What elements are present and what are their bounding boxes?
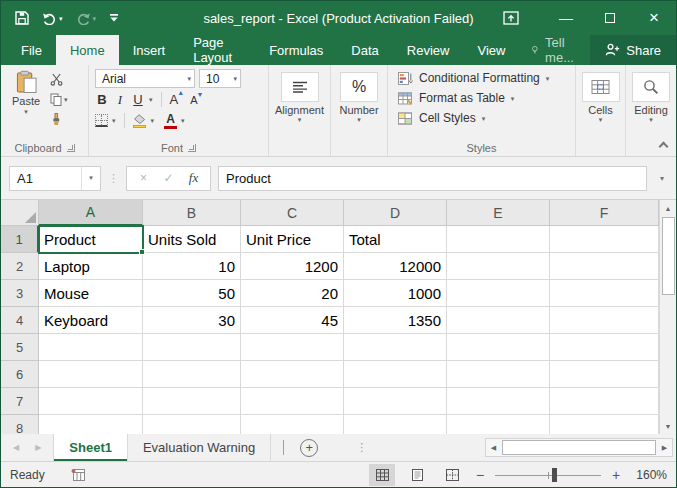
font-dialog-launcher[interactable] [188,144,196,152]
zoom-out-button[interactable]: − [474,467,486,483]
horizontal-scrollbar[interactable]: ◀ ▶ [485,438,673,457]
column-header-f[interactable]: F [550,200,659,226]
cell-b2[interactable]: 10 [143,253,241,280]
editing-group[interactable]: Editing ▾ [626,65,676,156]
column-header-e[interactable]: E [447,200,550,226]
insert-function-button[interactable]: fx [181,170,206,186]
tab-review[interactable]: Review [393,35,464,65]
cell-a1[interactable]: Product [39,226,143,253]
format-painter-button[interactable] [48,111,70,128]
row-header-5[interactable]: 5 [1,334,39,361]
paste-button[interactable]: Paste ▾ [6,68,46,128]
page-layout-view-button[interactable] [404,464,430,486]
cell-d3[interactable]: 1000 [344,280,447,307]
cell-e3[interactable] [447,280,550,307]
cell-b6[interactable] [143,361,241,388]
name-box[interactable]: A1 ▾ [9,166,101,191]
cancel-button[interactable]: × [131,171,156,185]
maximize-button[interactable] [588,1,632,35]
zoom-slider[interactable] [495,467,601,483]
tab-home[interactable]: Home [56,35,119,65]
cell-f8[interactable] [550,415,659,434]
cell-a7[interactable] [39,388,143,415]
underline-button[interactable]: U [131,92,145,107]
editing-button[interactable] [632,72,670,102]
font-name-select[interactable]: Arial▾ [95,69,195,88]
cell-f7[interactable] [550,388,659,415]
underline-dropdown-icon[interactable]: ▾ [149,96,153,103]
previous-sheet-icon[interactable]: ◀ [13,443,19,452]
font-size-select[interactable]: 10▾ [199,69,241,88]
cell-a5[interactable] [39,334,143,361]
alignment-button[interactable] [281,72,319,102]
fill-color-dropdown-icon[interactable]: ▾ [151,117,155,124]
styles-item-conditional-formatting[interactable]: Conditional Formatting▾ [388,68,575,88]
cell-d1[interactable]: Total [344,226,447,253]
cells-group[interactable]: Cells ▾ [576,65,626,156]
enter-button[interactable]: ✓ [156,171,181,185]
cell-c6[interactable] [241,361,344,388]
sheet-bar-grip-icon[interactable]: ⋮ [356,441,367,454]
scroll-left-icon[interactable]: ◀ [486,444,501,452]
increase-font-size-button[interactable]: A▲ [170,92,179,107]
zoom-slider-thumb[interactable] [552,468,557,482]
font-color-button[interactable]: A [164,113,177,129]
cell-c7[interactable] [241,388,344,415]
cell-c3[interactable]: 20 [241,280,344,307]
cell-b4[interactable]: 30 [143,307,241,334]
fill-color-button[interactable] [133,114,147,128]
undo-button[interactable]: ▾ [42,12,63,25]
cell-c2[interactable]: 1200 [241,253,344,280]
sheet-tab-sheet1[interactable]: Sheet1 [53,434,128,461]
vertical-scroll-thumb[interactable] [662,217,675,295]
row-header-3[interactable]: 3 [1,280,39,307]
cell-e7[interactable] [447,388,550,415]
row-header-8[interactable]: 8 [1,415,39,434]
cell-b5[interactable] [143,334,241,361]
next-sheet-icon[interactable]: ▶ [35,443,41,452]
expand-formula-bar-icon[interactable]: ▾ [654,174,670,183]
styles-item-format-as-table[interactable]: Format as Table▾ [388,88,575,108]
cell-d5[interactable] [344,334,447,361]
borders-dropdown-icon[interactable]: ▾ [112,117,116,124]
cut-button[interactable] [48,71,70,88]
cell-e4[interactable] [447,307,550,334]
scroll-up-icon[interactable]: ▲ [660,200,676,216]
styles-item-cell-styles[interactable]: Cell Styles▾ [388,108,575,128]
redo-dropdown-icon[interactable]: ▾ [93,15,97,22]
cell-d8[interactable] [344,415,447,434]
tell-me-button[interactable]: Tell me... [519,35,590,65]
redo-button[interactable]: ▾ [76,12,97,25]
column-header-c[interactable]: C [241,200,344,226]
cell-a3[interactable]: Mouse [39,280,143,307]
select-all-button[interactable] [1,200,39,226]
cell-e1[interactable] [447,226,550,253]
sheet-tab-evaluation-warning[interactable]: Evaluation Warning [128,434,271,461]
italic-button[interactable]: I [113,92,127,108]
normal-view-button[interactable] [369,464,395,486]
cell-f5[interactable] [550,334,659,361]
scroll-down-icon[interactable]: ▼ [660,418,676,434]
cell-c1[interactable]: Unit Price [241,226,344,253]
cell-f1[interactable] [550,226,659,253]
row-header-6[interactable]: 6 [1,361,39,388]
row-header-7[interactable]: 7 [1,388,39,415]
cell-e5[interactable] [447,334,550,361]
tab-page-layout[interactable]: Page Layout [179,35,255,65]
cell-a2[interactable]: Laptop [39,253,143,280]
font-color-dropdown-icon[interactable]: ▾ [181,117,185,124]
cell-c5[interactable] [241,334,344,361]
page-break-preview-button[interactable] [439,464,465,486]
cell-a8[interactable] [39,415,143,434]
cell-d7[interactable] [344,388,447,415]
number-format-button[interactable]: % [340,72,378,102]
cell-e2[interactable] [447,253,550,280]
bold-button[interactable]: B [95,92,109,107]
tab-data[interactable]: Data [337,35,392,65]
name-box-dropdown-icon[interactable]: ▾ [82,174,100,182]
alignment-group[interactable]: Alignment ▾ [269,65,331,156]
cell-c4[interactable]: 45 [241,307,344,334]
minimize-button[interactable]: — [544,1,588,35]
cell-f4[interactable] [550,307,659,334]
horizontal-scroll-thumb[interactable] [502,440,656,455]
